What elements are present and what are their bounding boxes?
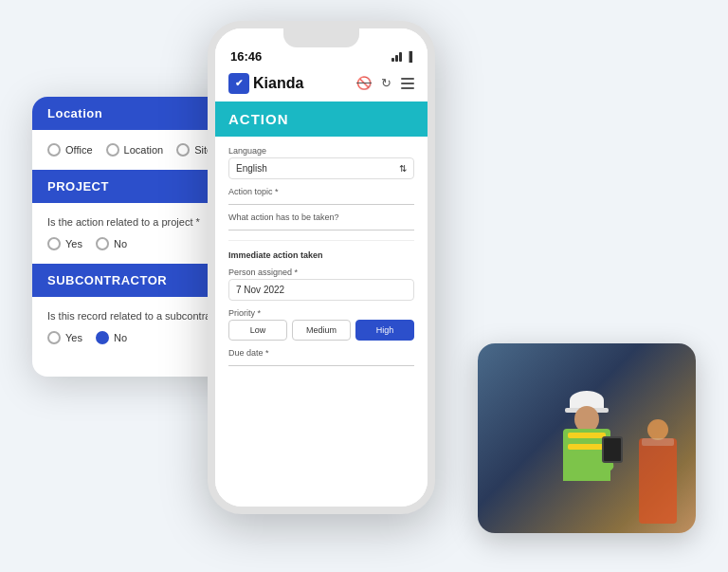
- due-date-label: Due date *: [228, 348, 414, 358]
- hamburger-line1: [401, 78, 414, 80]
- radio-circle-location: [106, 143, 119, 157]
- photo-card: [478, 343, 696, 533]
- immediate-action-field: Immediate action taken: [228, 250, 414, 260]
- kianda-text: Kianda: [253, 75, 303, 92]
- status-icons: ▐: [391, 50, 412, 62]
- priority-label: Priority *: [228, 308, 414, 318]
- radio-location[interactable]: Location: [106, 143, 164, 157]
- action-topic-label: Action topic *: [228, 187, 414, 196]
- person-assigned-label: Person assigned *: [228, 268, 414, 277]
- language-input[interactable]: English ⇅: [228, 157, 414, 179]
- main-worker-figure: [549, 391, 625, 514]
- kianda-logo: ✔ Kianda: [228, 73, 303, 94]
- person-assigned-value: 7 Nov 2022: [236, 285, 284, 295]
- person-assigned-field: Person assigned * 7 Nov 2022: [228, 268, 414, 301]
- refresh-icon[interactable]: ↻: [381, 76, 391, 90]
- what-action-label: What action has to be taken?: [228, 212, 414, 222]
- battery-icon: ▐: [406, 51, 412, 62]
- radio-circle-site: [176, 143, 190, 157]
- radio-circle-no-sub: [96, 331, 109, 344]
- phone-screen: 16:46 ▐ ✔: [215, 28, 428, 507]
- action-topic-input[interactable]: [228, 198, 414, 205]
- action-topic-field: Action topic *: [228, 187, 414, 205]
- radio-label-yes-sub: Yes: [65, 332, 82, 343]
- subcontractor-radio-no[interactable]: No: [96, 331, 127, 344]
- radio-label-no-project: No: [114, 238, 127, 249]
- kianda-icon-letter: ✔: [235, 78, 243, 88]
- radio-circle-yes-project: [47, 237, 61, 250]
- language-label: Language: [228, 146, 414, 156]
- radio-label-no-sub: No: [114, 332, 127, 343]
- radio-circle-no-project: [96, 237, 109, 250]
- person-assigned-input[interactable]: 7 Nov 2022: [228, 279, 414, 301]
- priority-medium-button[interactable]: Medium: [292, 320, 351, 341]
- bar1: [391, 58, 394, 62]
- radio-label-yes-project: Yes: [65, 238, 82, 249]
- bar3: [399, 52, 402, 62]
- phone-wrapper: 16:46 ▐ ✔: [208, 21, 435, 514]
- what-action-field: What action has to be taken?: [228, 212, 414, 231]
- background-worker-figure: [639, 438, 677, 524]
- language-field: Language English ⇅: [228, 146, 414, 179]
- phone-header: ✔ Kianda 🚫 ↻: [215, 67, 428, 101]
- radio-circle-yes-sub: [47, 331, 61, 344]
- header-icons: 🚫 ↻: [356, 76, 414, 90]
- radio-label-office: Office: [65, 144, 93, 156]
- photo-background: [478, 343, 696, 533]
- scene: Location Office Location Site Others: [32, 21, 696, 552]
- immediate-action-label: Immediate action taken: [228, 250, 414, 260]
- phone-form: Language English ⇅ Action topic * What a…: [215, 137, 428, 507]
- priority-field: Priority * Low Medium High: [228, 308, 414, 341]
- language-value: English: [236, 163, 267, 174]
- radio-circle-office: [47, 143, 61, 157]
- what-action-input[interactable]: [228, 224, 414, 231]
- radio-label-location: Location: [124, 144, 164, 156]
- language-icon: ⇅: [399, 163, 407, 174]
- hamburger-line2: [401, 83, 414, 84]
- due-date-input[interactable]: [228, 360, 414, 366]
- divider1: [228, 240, 414, 241]
- priority-group: Low Medium High: [228, 320, 414, 341]
- action-banner: ACTION: [215, 101, 428, 137]
- status-time: 16:46: [230, 49, 262, 64]
- phone-notch: [283, 28, 359, 47]
- menu-icon[interactable]: [401, 78, 414, 89]
- wifi-off-icon: 🚫: [356, 76, 372, 90]
- hamburger-line3: [401, 87, 414, 89]
- radio-office[interactable]: Office: [47, 143, 93, 157]
- project-radio-yes[interactable]: Yes: [47, 237, 82, 250]
- kianda-icon: ✔: [228, 73, 249, 94]
- priority-low-button[interactable]: Low: [228, 320, 287, 341]
- signal-icon: [391, 50, 402, 62]
- subcontractor-radio-yes[interactable]: Yes: [47, 331, 82, 344]
- due-date-field: Due date *: [228, 348, 414, 366]
- worker-tablet: [602, 436, 623, 463]
- bar2: [395, 55, 398, 62]
- phone: 16:46 ▐ ✔: [208, 21, 435, 514]
- priority-high-button[interactable]: High: [355, 320, 414, 341]
- project-radio-no[interactable]: No: [96, 237, 127, 250]
